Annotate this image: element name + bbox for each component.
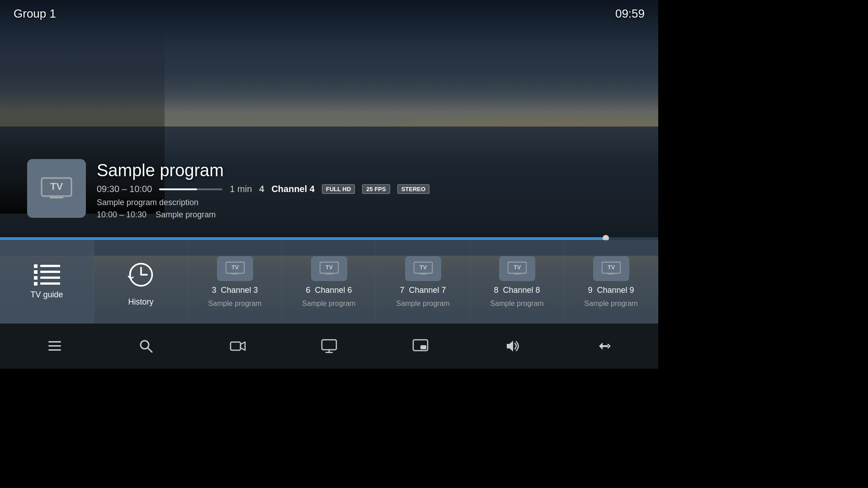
channel-card-7[interactable]: TV 7 Channel 7 Sample program — [376, 240, 470, 324]
svg-line-32 — [608, 346, 610, 348]
channel-3-logo: TV — [217, 256, 253, 281]
svg-marker-30 — [599, 343, 608, 350]
tv-logo-icon: TV — [41, 177, 72, 200]
svg-rect-20 — [48, 345, 61, 347]
channel-strip: TV guide History TV 3 Channel 3 — [0, 240, 658, 324]
program-duration: 1 min — [230, 184, 252, 194]
channel-7-label: 7 Channel 7 — [400, 286, 446, 295]
svg-line-23 — [148, 348, 152, 352]
navigation-icon — [595, 338, 612, 354]
svg-rect-19 — [48, 341, 61, 343]
channel-7-logo: TV — [405, 256, 441, 281]
history-icon — [123, 257, 159, 293]
group-title: Group 1 — [14, 7, 56, 21]
svg-text:TV: TV — [50, 181, 63, 192]
badge-fps: 25 FPS — [362, 184, 390, 194]
svg-text:TV: TV — [513, 264, 521, 271]
video-camera-icon — [230, 338, 246, 354]
volume-icon — [504, 338, 520, 354]
pip-button[interactable] — [408, 333, 433, 359]
nav-button[interactable] — [591, 333, 616, 359]
channel-card-8[interactable]: TV 8 Channel 8 Sample program — [470, 240, 564, 324]
channel-card-6[interactable]: TV 6 Channel 6 Sample program — [282, 240, 376, 324]
channel-7-program: Sample program — [396, 300, 449, 308]
program-info-panel: TV Sample program 09:30 – 10:00 1 min 4 … — [27, 159, 631, 220]
channel-8-program: Sample program — [490, 300, 543, 308]
next-time: 10:00 – 10:30 — [97, 210, 146, 219]
channel-6-label: 6 Channel 6 — [306, 286, 352, 295]
tv-icon-9: TV — [602, 262, 621, 275]
channel-8-logo: TV — [499, 256, 535, 281]
channel-3-label: 3 Channel 3 — [212, 286, 258, 295]
monitor-button[interactable] — [316, 333, 342, 359]
svg-rect-15 — [513, 274, 521, 274]
program-title: Sample program — [97, 161, 631, 180]
svg-text:TV: TV — [231, 264, 239, 271]
picture-in-picture-icon — [412, 338, 429, 354]
history-label: History — [128, 297, 153, 307]
menu-button[interactable] — [42, 333, 67, 359]
program-details: Sample program 09:30 – 10:00 1 min 4 Cha… — [97, 159, 631, 220]
svg-rect-24 — [231, 342, 241, 350]
video-button[interactable] — [225, 333, 250, 359]
svg-rect-2 — [50, 197, 63, 198]
channel-6-program: Sample program — [302, 300, 355, 308]
svg-text:TV: TV — [325, 264, 333, 271]
svg-rect-12 — [419, 274, 427, 274]
channel-card-3[interactable]: TV 3 Channel 3 Sample program — [188, 240, 282, 324]
svg-rect-29 — [420, 345, 426, 349]
svg-text:TV: TV — [419, 264, 427, 271]
next-program: 10:00 – 10:30 Sample program — [97, 210, 631, 220]
program-meta: 09:30 – 10:00 1 min 4 Channel 4 FULL HD … — [97, 184, 631, 194]
tv-icon-7: TV — [414, 262, 433, 275]
tv-guide-card[interactable]: TV guide — [0, 240, 94, 324]
svg-rect-25 — [322, 340, 336, 350]
tv-icon-6: TV — [320, 262, 339, 275]
channel-logo: TV — [27, 159, 86, 218]
channel-8-label: 8 Channel 8 — [494, 286, 540, 295]
tv-icon-8: TV — [508, 262, 527, 275]
program-progress-fill — [159, 188, 197, 190]
search-button[interactable] — [133, 333, 159, 359]
tv-guide-grid-icon — [34, 264, 60, 286]
badge-fullhd: FULL HD — [322, 184, 355, 194]
channel-9-label: 9 Channel 9 — [588, 286, 634, 295]
volume-button[interactable] — [500, 333, 525, 359]
channel-9-program: Sample program — [584, 300, 637, 308]
channel-number: 4 — [259, 184, 264, 194]
search-icon — [138, 338, 154, 354]
next-title: Sample program — [156, 210, 216, 219]
svg-rect-9 — [325, 274, 333, 274]
monitor-icon — [321, 338, 337, 354]
program-description: Sample program description — [97, 198, 631, 207]
clock: 09:59 — [615, 7, 645, 21]
history-card[interactable]: History — [94, 240, 188, 324]
history-clock-icon — [125, 259, 157, 291]
menu-icon — [47, 338, 63, 354]
top-bar: Group 1 09:59 — [0, 0, 658, 27]
program-time: 09:30 – 10:00 — [97, 184, 152, 194]
tv-guide-label: TV guide — [30, 290, 63, 300]
tv-icon-3: TV — [226, 262, 245, 275]
channel-card-9[interactable]: TV 9 Channel 9 Sample program — [564, 240, 658, 324]
channel-9-logo: TV — [593, 256, 629, 281]
svg-rect-18 — [607, 274, 615, 274]
svg-rect-21 — [48, 349, 61, 351]
badge-audio: STEREO — [397, 184, 429, 194]
channel-6-logo: TV — [311, 256, 347, 281]
svg-rect-6 — [231, 274, 239, 274]
channel-name: Channel 4 — [271, 184, 315, 194]
program-progress-bar — [159, 188, 222, 190]
channel-3-program: Sample program — [208, 300, 261, 308]
svg-text:TV: TV — [607, 264, 615, 271]
bottom-toolbar — [0, 324, 658, 369]
